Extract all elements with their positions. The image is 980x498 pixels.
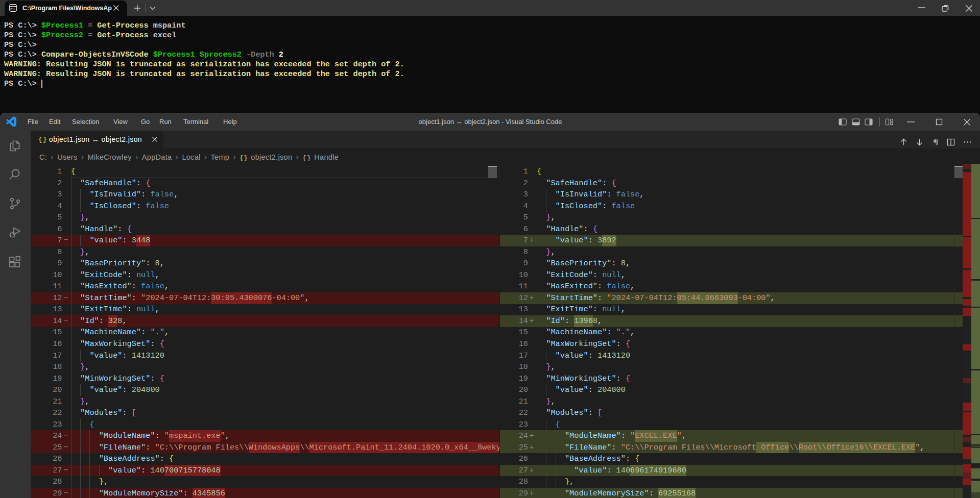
svg-text:C:\: C:\ xyxy=(10,7,15,11)
